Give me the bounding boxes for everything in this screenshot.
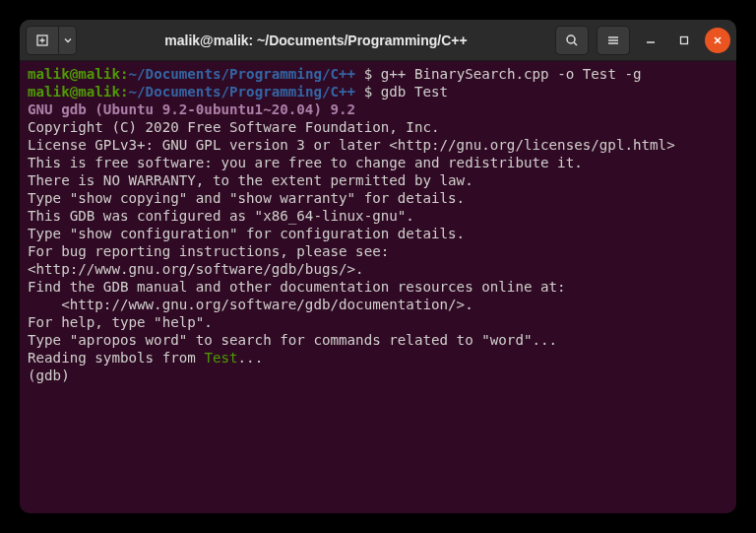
window-title: malik@malik: ~/Documents/Programming/C++ — [81, 33, 551, 48]
svg-point-3 — [567, 35, 575, 43]
minimize-icon — [646, 35, 656, 45]
output-line: For bug reporting instructions, please s… — [28, 242, 728, 260]
new-tab-button[interactable] — [26, 26, 59, 55]
reading-suffix: ... — [238, 350, 264, 366]
search-button[interactable] — [555, 26, 589, 55]
new-tab-dropdown[interactable] — [59, 26, 77, 55]
reading-prefix: Reading symbols from — [28, 350, 204, 366]
output-line: There is NO WARRANTY, to the extent perm… — [28, 171, 728, 189]
output-line: Type "apropos word" to search for comman… — [28, 331, 728, 349]
search-icon — [565, 33, 579, 47]
gdb-prompt: (gdb) — [28, 366, 728, 384]
svg-rect-9 — [681, 36, 688, 43]
close-button[interactable] — [705, 28, 730, 53]
prompt-dollar: $ — [355, 84, 381, 100]
maximize-icon — [679, 35, 689, 45]
output-line: This GDB was configured as "x86_64-linux… — [28, 207, 728, 225]
prompt-sep: : — [120, 66, 129, 82]
output-line: <http://www.gnu.org/software/gdb/bugs/>. — [28, 260, 728, 278]
minimize-button[interactable] — [638, 28, 663, 53]
close-icon — [713, 35, 723, 45]
titlebar-left — [26, 26, 77, 55]
prompt-sep: : — [120, 84, 129, 100]
terminal-body[interactable]: malik@malik:~/Documents/Programming/C++ … — [20, 61, 736, 513]
prompt-user: malik@malik — [28, 84, 120, 100]
output-line: Find the GDB manual and other documentat… — [28, 278, 728, 296]
menu-button[interactable] — [597, 26, 630, 55]
terminal-window: malik@malik: ~/Documents/Programming/C++… — [20, 20, 736, 513]
prompt-dollar: $ — [355, 66, 381, 82]
output-line: This is free software: you are free to c… — [28, 154, 728, 171]
svg-line-4 — [574, 42, 577, 45]
titlebar-right — [555, 26, 730, 55]
reading-symbols-line: Reading symbols from Test... — [28, 349, 728, 366]
titlebar: malik@malik: ~/Documents/Programming/C++ — [20, 20, 736, 61]
new-tab-icon — [35, 33, 49, 47]
maximize-button[interactable] — [671, 28, 697, 53]
prompt-user: malik@malik — [28, 66, 120, 82]
prompt-path: ~/Documents/Programming/C++ — [129, 84, 356, 100]
command-text: g++ BinarySearch.cpp -o Test -g — [381, 66, 642, 82]
output-line: License GPLv3+: GNU GPL version 3 or lat… — [28, 136, 728, 154]
output-line: Type "show copying" and "show warranty" … — [28, 189, 728, 207]
chevron-down-icon — [64, 36, 72, 44]
output-line: <http://www.gnu.org/software/gdb/documen… — [28, 296, 728, 313]
gdb-version: GNU gdb (Ubuntu 9.2-0ubuntu1~20.04) 9.2 — [28, 100, 728, 118]
prompt-line-1: malik@malik:~/Documents/Programming/C++ … — [28, 65, 728, 83]
prompt-line-2: malik@malik:~/Documents/Programming/C++ … — [28, 83, 728, 100]
new-tab-group — [26, 26, 77, 55]
reading-test: Test — [204, 350, 237, 366]
output-line: Type "show configuration" for configurat… — [28, 225, 728, 242]
output-line: Copyright (C) 2020 Free Software Foundat… — [28, 118, 728, 136]
prompt-path: ~/Documents/Programming/C++ — [129, 66, 356, 82]
output-line: For help, type "help". — [28, 313, 728, 331]
hamburger-icon — [606, 33, 620, 47]
command-text: gdb Test — [381, 84, 448, 100]
